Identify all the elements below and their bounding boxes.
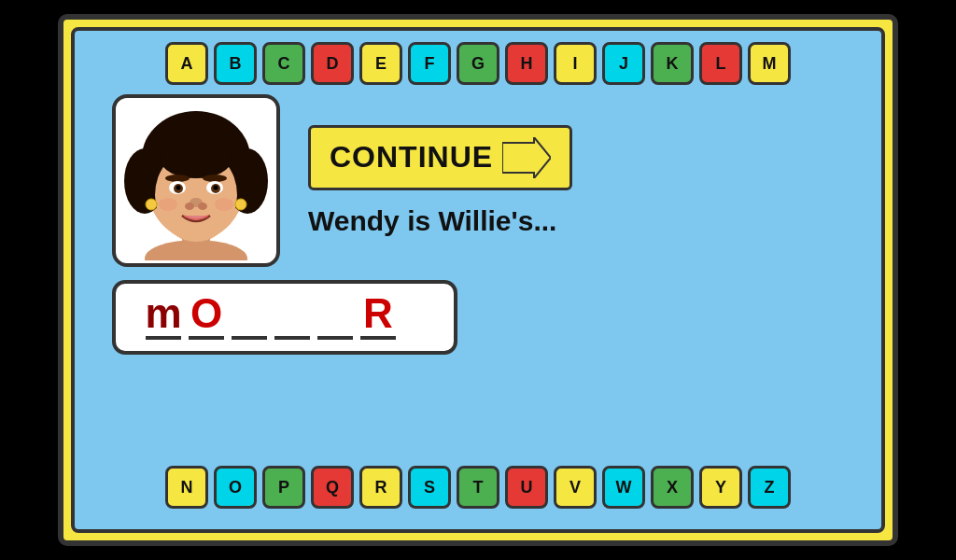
continue-button[interactable]: CONTINUE: [308, 125, 572, 190]
right-content: CONTINUE Wendy is Willie's...: [308, 125, 572, 237]
letter-btn-A[interactable]: A: [165, 42, 208, 85]
letter-btn-L[interactable]: L: [699, 42, 742, 85]
slot-letter-1: O: [190, 293, 222, 334]
slot-underline-0: [146, 336, 181, 340]
letter-btn-W[interactable]: W: [602, 466, 645, 509]
svg-point-23: [215, 198, 233, 211]
slot-letter-3: [287, 293, 298, 334]
letter-btn-P[interactable]: P: [262, 466, 305, 509]
slot-underline-3: [274, 336, 310, 340]
letter-btn-E[interactable]: E: [359, 42, 402, 85]
slot-underline-5: [360, 336, 396, 340]
svg-point-15: [176, 185, 181, 189]
letter-btn-V[interactable]: V: [554, 466, 597, 509]
answer-slot-1: O: [187, 293, 226, 340]
avatar-box: [112, 94, 280, 267]
letter-btn-T[interactable]: T: [457, 466, 499, 509]
letter-btn-I[interactable]: I: [554, 42, 597, 85]
letter-btn-N[interactable]: N: [165, 466, 208, 509]
answer-slot-0: m: [144, 293, 183, 340]
top-letter-row: ABCDEFGHIJKLM: [93, 42, 863, 85]
letter-btn-S[interactable]: S: [408, 466, 451, 509]
outer-frame: ABCDEFGHIJKLM: [58, 14, 898, 546]
slot-underline-1: [189, 336, 224, 340]
answer-slot-5: R: [358, 293, 398, 340]
letter-btn-O[interactable]: O: [214, 466, 257, 509]
letter-btn-Q[interactable]: Q: [311, 466, 354, 509]
letter-btn-G[interactable]: G: [457, 42, 499, 85]
letter-btn-C[interactable]: C: [262, 42, 305, 85]
inner-frame: ABCDEFGHIJKLM: [71, 27, 885, 533]
letter-btn-D[interactable]: D: [311, 42, 354, 85]
letter-btn-K[interactable]: K: [651, 42, 694, 85]
svg-point-22: [159, 198, 177, 211]
letter-btn-J[interactable]: J: [602, 42, 645, 85]
letter-btn-F[interactable]: F: [408, 42, 451, 85]
arrow-icon: [502, 137, 551, 178]
bottom-letter-row: NOPQRSTUVWXYZ: [93, 466, 863, 509]
svg-point-9: [165, 175, 190, 182]
continue-label: CONTINUE: [330, 140, 493, 175]
svg-point-16: [214, 185, 218, 189]
svg-point-21: [235, 199, 246, 210]
avatar-image: [121, 102, 271, 260]
svg-point-8: [161, 141, 232, 178]
middle-section: CONTINUE Wendy is Willie's...: [93, 94, 863, 267]
svg-point-10: [203, 175, 227, 182]
letter-btn-R[interactable]: R: [359, 466, 402, 509]
svg-marker-24: [502, 137, 551, 178]
answer-slot-2: [230, 293, 269, 340]
letter-btn-B[interactable]: B: [214, 42, 257, 85]
answer-slot-4: [316, 293, 355, 340]
svg-point-1: [145, 240, 247, 260]
slot-letter-0: m: [145, 293, 181, 334]
slot-letter-2: [244, 293, 255, 334]
letter-btn-Z[interactable]: Z: [748, 466, 791, 509]
letter-btn-U[interactable]: U: [505, 466, 548, 509]
slot-letter-5: R: [363, 293, 393, 334]
svg-point-19: [198, 203, 207, 210]
answer-box: mO R: [112, 280, 457, 355]
letter-btn-H[interactable]: H: [505, 42, 548, 85]
wendy-text: Wendy is Willie's...: [308, 205, 556, 237]
letter-btn-X[interactable]: X: [651, 466, 694, 509]
svg-point-20: [146, 199, 157, 210]
slot-letter-4: [330, 293, 341, 334]
svg-point-18: [185, 203, 194, 210]
slot-underline-2: [232, 336, 267, 340]
answer-section: mO R: [93, 280, 863, 355]
slot-underline-4: [317, 336, 353, 340]
letter-btn-M[interactable]: M: [748, 42, 791, 85]
answer-slot-3: [273, 293, 312, 340]
letter-btn-Y[interactable]: Y: [699, 466, 742, 509]
